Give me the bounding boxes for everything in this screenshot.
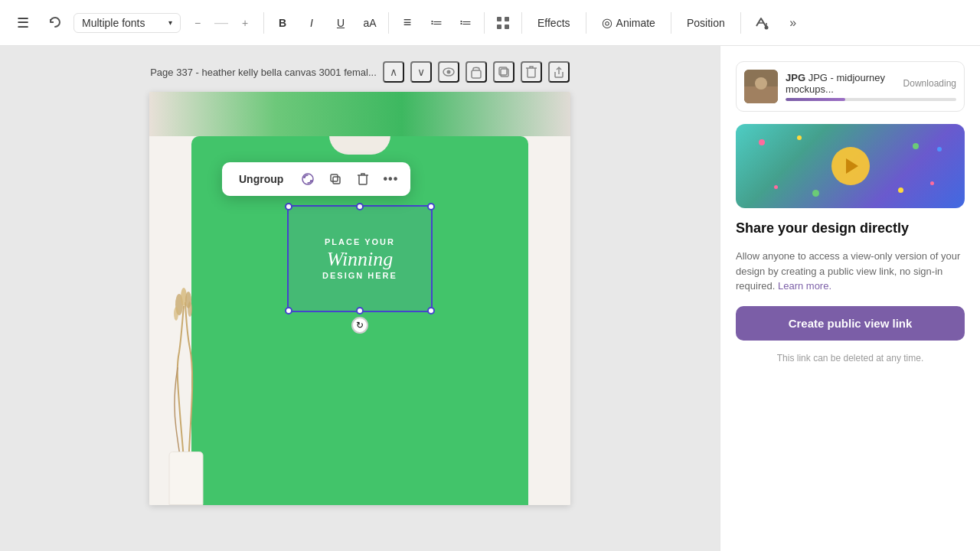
confetti-7 bbox=[930, 181, 934, 185]
share-section: Share your design directly bbox=[736, 220, 965, 236]
page-trash-button[interactable] bbox=[521, 61, 542, 83]
design-line2: Winning bbox=[327, 248, 394, 271]
confetti-2 bbox=[797, 135, 802, 140]
page-chevron-down[interactable]: ∨ bbox=[410, 61, 432, 83]
notification-thumbnail bbox=[744, 70, 778, 103]
font-label: Multiple fonts bbox=[82, 17, 145, 29]
svg-rect-1 bbox=[505, 17, 509, 21]
page-duplicate-button[interactable] bbox=[493, 61, 514, 83]
animate-button[interactable]: ◎ Animate bbox=[593, 11, 665, 34]
svg-point-4 bbox=[764, 25, 768, 29]
position-label: Position bbox=[687, 17, 725, 29]
confetti-4 bbox=[774, 185, 778, 189]
shirt-neck bbox=[329, 135, 390, 155]
notification-title: JPG JPG - midjourney mockups... bbox=[786, 72, 903, 95]
italic-button[interactable]: I bbox=[299, 11, 324, 35]
ctx-duplicate-button[interactable] bbox=[323, 167, 348, 191]
svg-rect-7 bbox=[472, 70, 481, 78]
right-panel: JPG JPG - midjourney mockups... Download… bbox=[720, 46, 980, 551]
design-line1: PLACE YOUR bbox=[325, 237, 395, 246]
effects-label: Effects bbox=[537, 17, 570, 29]
grid-button[interactable] bbox=[491, 11, 515, 35]
play-button[interactable] bbox=[831, 147, 870, 185]
link-note: This link can be deleted at any time. bbox=[736, 353, 965, 364]
svg-rect-3 bbox=[505, 24, 509, 29]
confetti-3 bbox=[913, 143, 919, 149]
canvas-top-strip bbox=[149, 92, 570, 136]
animate-label: Animate bbox=[616, 17, 655, 29]
effects-button[interactable]: Effects bbox=[528, 12, 580, 34]
divider-7 bbox=[740, 12, 741, 34]
design-canvas[interactable]: PLACE YOUR Winning DESIGN HERE ↻ bbox=[149, 92, 570, 505]
divider-3 bbox=[484, 12, 485, 34]
confetti-6 bbox=[937, 147, 942, 152]
divider-2 bbox=[388, 12, 389, 34]
svg-rect-18 bbox=[331, 174, 338, 181]
download-notification: JPG JPG - midjourney mockups... Download… bbox=[736, 61, 965, 112]
list-button[interactable]: ≔ bbox=[424, 11, 449, 35]
divider-4 bbox=[521, 12, 522, 34]
font-size-plus[interactable]: + bbox=[233, 11, 257, 35]
create-public-link-button[interactable]: Create public view link bbox=[736, 306, 965, 341]
vase bbox=[168, 452, 203, 505]
page-label-icons: ∧ ∨ bbox=[383, 61, 570, 83]
ungroup-button[interactable]: Ungroup bbox=[230, 168, 292, 190]
page-label-text: Page 337 - heather kelly bella canvas 30… bbox=[150, 67, 377, 78]
progress-fill bbox=[786, 98, 845, 101]
canvas-wrapper: PLACE YOUR Winning DESIGN HERE ↻ bbox=[149, 92, 570, 505]
list2-button[interactable]: ≔ bbox=[453, 11, 478, 35]
align-button[interactable]: ≡ bbox=[395, 11, 420, 35]
svg-point-21 bbox=[755, 77, 767, 90]
svg-point-6 bbox=[446, 70, 450, 74]
paint-button[interactable] bbox=[747, 9, 775, 37]
case-button[interactable]: aA bbox=[358, 11, 382, 35]
bold-button[interactable]: B bbox=[270, 11, 295, 35]
page-lock-button[interactable] bbox=[466, 61, 487, 83]
font-dropdown-icon: ▾ bbox=[168, 18, 172, 27]
context-menu: Ungroup bbox=[222, 162, 410, 196]
font-selector[interactable]: Multiple fonts ▾ bbox=[74, 13, 181, 33]
page-share-button[interactable] bbox=[548, 61, 570, 83]
rotate-handle[interactable]: ↻ bbox=[351, 317, 368, 334]
divider-6 bbox=[671, 12, 671, 34]
confetti-5 bbox=[898, 187, 903, 193]
design-selection-box[interactable]: PLACE YOUR Winning DESIGN HERE ↻ bbox=[287, 205, 433, 312]
more-button[interactable]: » bbox=[779, 9, 807, 37]
main-area: Page 337 - heather kelly bella canvas 30… bbox=[0, 46, 980, 551]
confetti-1 bbox=[759, 139, 765, 145]
animate-icon: ◎ bbox=[602, 15, 612, 30]
page-chevron-up[interactable]: ∧ bbox=[383, 61, 404, 83]
main-toolbar: ☰ Multiple fonts ▾ − — + B I U aA ≡ ≔ ≔ … bbox=[0, 0, 980, 46]
svg-rect-17 bbox=[333, 177, 340, 184]
canvas-area: Page 337 - heather kelly bella canvas 30… bbox=[0, 46, 720, 551]
position-button[interactable]: Position bbox=[678, 12, 734, 34]
svg-rect-0 bbox=[497, 17, 501, 21]
share-description-block: Allow anyone to access a view-only versi… bbox=[736, 249, 965, 294]
svg-point-14 bbox=[174, 307, 178, 321]
menu-button[interactable]: ☰ bbox=[9, 9, 37, 37]
font-size-line: — bbox=[214, 15, 228, 31]
svg-rect-2 bbox=[497, 24, 501, 29]
ctx-delete-button[interactable] bbox=[351, 167, 375, 191]
video-preview-card[interactable] bbox=[736, 124, 965, 208]
ctx-more-button[interactable]: ••• bbox=[378, 167, 403, 191]
design-text-area: PLACE YOUR Winning DESIGN HERE bbox=[289, 207, 431, 311]
play-triangle-icon bbox=[846, 158, 858, 174]
learn-more-link[interactable]: Learn more. bbox=[778, 280, 831, 292]
progress-bar bbox=[786, 98, 956, 101]
page-label-bar: Page 337 - heather kelly bella canvas 30… bbox=[150, 61, 570, 83]
notification-status: Downloading bbox=[903, 78, 956, 89]
share-description: Allow anyone to access a view-only versi… bbox=[736, 249, 965, 294]
notification-info: JPG JPG - midjourney mockups... Download… bbox=[786, 72, 956, 101]
design-line3: DESIGN HERE bbox=[322, 271, 397, 280]
share-title: Share your design directly bbox=[736, 220, 965, 236]
svg-point-15 bbox=[188, 302, 192, 317]
divider-5 bbox=[586, 12, 586, 34]
font-size-minus[interactable]: − bbox=[185, 11, 210, 35]
divider-1 bbox=[263, 12, 264, 34]
undo-button[interactable] bbox=[41, 9, 69, 37]
ctx-replace-button[interactable] bbox=[296, 167, 320, 191]
underline-button[interactable]: U bbox=[328, 11, 353, 35]
notification-title-row: JPG JPG - midjourney mockups... Download… bbox=[786, 72, 956, 95]
page-eye-button[interactable] bbox=[438, 61, 459, 83]
